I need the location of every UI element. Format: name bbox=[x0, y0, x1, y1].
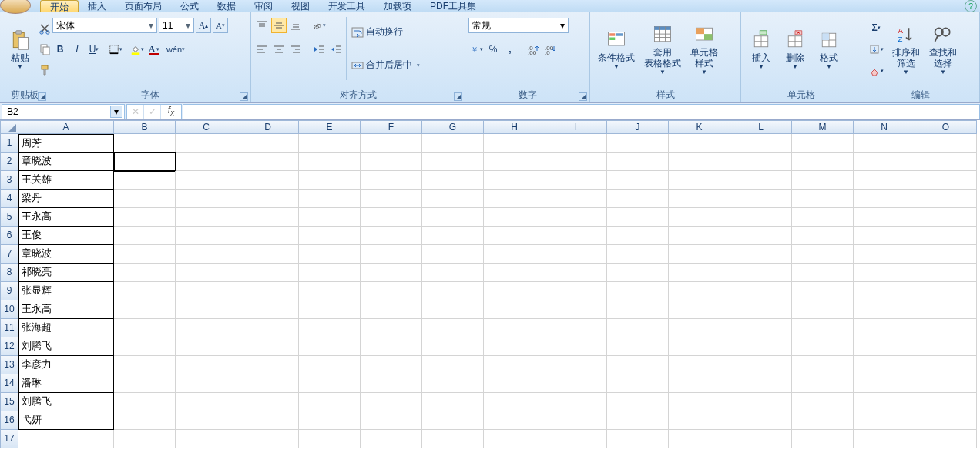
cell[interactable] bbox=[915, 153, 977, 171]
align-middle-button[interactable] bbox=[271, 18, 287, 33]
cell[interactable] bbox=[854, 337, 915, 356]
row-header[interactable]: 4 bbox=[0, 190, 18, 208]
number-format-combo[interactable]: 常规▾ bbox=[468, 18, 569, 33]
cell[interactable] bbox=[545, 282, 607, 300]
cell[interactable] bbox=[237, 153, 299, 171]
align-center-button[interactable] bbox=[271, 42, 287, 57]
cell[interactable] bbox=[114, 264, 176, 282]
conditional-format-button[interactable]: 条件格式▼ bbox=[593, 15, 639, 83]
cell[interactable] bbox=[730, 264, 792, 282]
decrease-decimal-button[interactable]: .00.0 bbox=[542, 42, 558, 57]
cell[interactable] bbox=[484, 227, 545, 245]
fill-color-button[interactable]: ▾ bbox=[129, 42, 145, 57]
cell[interactable] bbox=[669, 264, 730, 282]
cell[interactable] bbox=[730, 282, 792, 300]
cell[interactable] bbox=[607, 208, 669, 227]
column-header[interactable]: M bbox=[792, 120, 854, 134]
cell[interactable] bbox=[176, 411, 237, 430]
cell[interactable] bbox=[607, 337, 669, 356]
tab-layout[interactable]: 页面布局 bbox=[116, 0, 171, 12]
column-header[interactable]: N bbox=[854, 120, 915, 134]
cell[interactable] bbox=[854, 430, 915, 448]
cell[interactable] bbox=[176, 430, 237, 448]
cell[interactable] bbox=[730, 227, 792, 245]
cell[interactable] bbox=[361, 264, 422, 282]
cell[interactable] bbox=[422, 393, 484, 411]
align-right-button[interactable] bbox=[288, 42, 304, 57]
cell[interactable] bbox=[792, 411, 854, 430]
cell[interactable] bbox=[607, 190, 669, 208]
cell[interactable] bbox=[915, 227, 977, 245]
row-header[interactable]: 13 bbox=[0, 356, 18, 374]
tab-review[interactable]: 审阅 bbox=[245, 0, 282, 12]
cell[interactable] bbox=[854, 264, 915, 282]
cell[interactable] bbox=[607, 319, 669, 337]
cell[interactable] bbox=[915, 300, 977, 319]
row-header[interactable]: 12 bbox=[0, 337, 18, 356]
cell[interactable]: 周芳 bbox=[18, 134, 114, 153]
cell[interactable] bbox=[484, 282, 545, 300]
cell[interactable] bbox=[114, 208, 176, 227]
cell[interactable] bbox=[237, 337, 299, 356]
cell[interactable] bbox=[545, 190, 607, 208]
align-top-button[interactable] bbox=[254, 18, 270, 33]
cell[interactable] bbox=[299, 337, 361, 356]
select-all-corner[interactable] bbox=[0, 120, 18, 134]
column-header[interactable]: C bbox=[176, 120, 237, 134]
cell[interactable] bbox=[361, 393, 422, 411]
column-header[interactable]: J bbox=[607, 120, 669, 134]
tab-insert[interactable]: 插入 bbox=[79, 0, 116, 12]
cell[interactable] bbox=[792, 374, 854, 393]
cell[interactable] bbox=[915, 264, 977, 282]
cell[interactable] bbox=[114, 134, 176, 153]
cell[interactable] bbox=[484, 153, 545, 171]
tab-pdf[interactable]: PDF工具集 bbox=[421, 0, 485, 12]
cell[interactable] bbox=[422, 356, 484, 374]
cell[interactable] bbox=[114, 153, 176, 171]
currency-button[interactable]: ￥▾ bbox=[468, 42, 484, 57]
cell[interactable] bbox=[237, 208, 299, 227]
cell[interactable] bbox=[484, 134, 545, 153]
cell[interactable] bbox=[422, 337, 484, 356]
fx-button[interactable]: fx bbox=[161, 105, 181, 117]
cell[interactable] bbox=[915, 411, 977, 430]
cell[interactable] bbox=[422, 430, 484, 448]
tab-formulas[interactable]: 公式 bbox=[171, 0, 208, 12]
cell[interactable] bbox=[915, 393, 977, 411]
cell[interactable]: 刘腾飞 bbox=[18, 337, 114, 356]
enter-formula-button[interactable]: ✓ bbox=[144, 105, 161, 119]
tab-developer[interactable]: 开发工具 bbox=[319, 0, 374, 12]
cell[interactable] bbox=[915, 337, 977, 356]
cell[interactable]: 弋妍 bbox=[18, 411, 114, 430]
cell[interactable] bbox=[792, 190, 854, 208]
cell[interactable] bbox=[114, 430, 176, 448]
cell[interactable] bbox=[730, 411, 792, 430]
cell[interactable] bbox=[915, 282, 977, 300]
cell[interactable]: 王关雄 bbox=[18, 171, 114, 190]
cell[interactable] bbox=[361, 134, 422, 153]
cell[interactable] bbox=[792, 319, 854, 337]
cell[interactable] bbox=[915, 374, 977, 393]
cell[interactable]: 梁丹 bbox=[18, 190, 114, 208]
cell[interactable]: 潘琳 bbox=[18, 374, 114, 393]
cell[interactable] bbox=[669, 430, 730, 448]
cell[interactable] bbox=[361, 171, 422, 190]
cell[interactable] bbox=[854, 208, 915, 227]
column-header[interactable]: L bbox=[730, 120, 792, 134]
row-header[interactable]: 9 bbox=[0, 282, 18, 300]
cell[interactable] bbox=[422, 227, 484, 245]
cell[interactable] bbox=[299, 134, 361, 153]
fill-button[interactable]: ▾ bbox=[866, 42, 886, 57]
cell[interactable] bbox=[114, 245, 176, 264]
row-header[interactable]: 17 bbox=[0, 430, 18, 448]
cell[interactable] bbox=[854, 374, 915, 393]
cell[interactable] bbox=[299, 393, 361, 411]
cell[interactable] bbox=[299, 171, 361, 190]
cell[interactable] bbox=[484, 171, 545, 190]
cell[interactable] bbox=[422, 171, 484, 190]
paste-button[interactable]: 粘贴 ▼ bbox=[3, 15, 37, 83]
cell[interactable] bbox=[607, 393, 669, 411]
cell[interactable] bbox=[792, 153, 854, 171]
cell[interactable] bbox=[484, 208, 545, 227]
row-header[interactable]: 7 bbox=[0, 245, 18, 264]
